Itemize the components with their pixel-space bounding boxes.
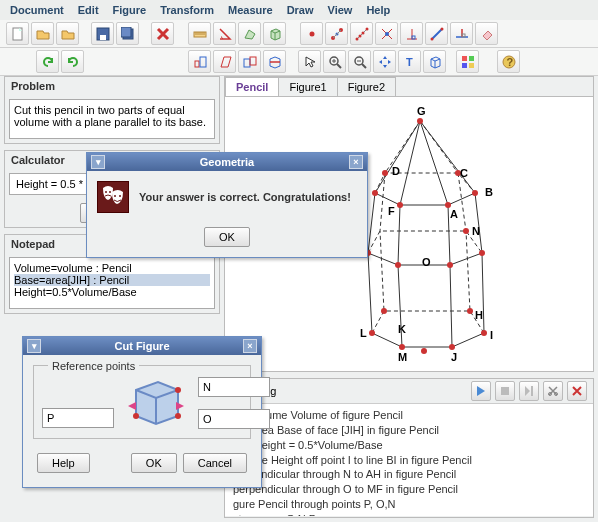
svg-rect-67: [501, 387, 509, 395]
svg-point-70: [105, 191, 107, 193]
toolbar-row-2: T ?: [0, 48, 598, 76]
svg-rect-21: [244, 59, 250, 67]
svg-point-50: [421, 348, 427, 354]
svg-text:D: D: [392, 165, 400, 177]
problem-title: Problem: [5, 77, 219, 95]
tab-figure2[interactable]: Figure2: [337, 77, 396, 96]
svg-point-46: [449, 344, 455, 350]
log-play-icon[interactable]: [471, 381, 491, 401]
toolbar-row-1: [0, 20, 598, 48]
tb-fit-icon[interactable]: [373, 50, 396, 73]
tb-shear-icon[interactable]: [213, 50, 236, 73]
log-line: gure Pencil through points P, O,N: [233, 497, 585, 512]
tb-area-icon[interactable]: [238, 22, 261, 45]
log-next-icon[interactable]: [519, 381, 539, 401]
svg-point-76: [175, 413, 181, 419]
log-deleteall-icon[interactable]: [567, 381, 587, 401]
tb-join-icon[interactable]: [238, 50, 261, 73]
cut-figure-dialog: ▾ Cut Figure × Reference points Help: [22, 336, 262, 488]
tb-scale-icon[interactable]: [188, 50, 211, 73]
svg-point-43: [463, 228, 469, 234]
svg-text:O: O: [422, 256, 431, 268]
menu-document[interactable]: Document: [10, 4, 64, 16]
svg-text:M: M: [398, 351, 407, 363]
log-line: perpendicular through O to MF in figure …: [233, 482, 585, 497]
problem-panel: Problem Cut this pencil in two parts of …: [4, 76, 220, 144]
menu-draw[interactable]: Draw: [287, 4, 314, 16]
tb-perpline-icon[interactable]: [450, 22, 473, 45]
svg-rect-18: [462, 34, 465, 37]
svg-rect-26: [462, 56, 467, 61]
tb-open-icon[interactable]: [31, 22, 54, 45]
svg-text:A: A: [450, 208, 458, 220]
dialog-titlebar[interactable]: ▾ Geometria ×: [87, 153, 367, 171]
tb-midpoint-icon[interactable]: [325, 22, 348, 45]
svg-text:T: T: [406, 56, 413, 68]
notepad-line[interactable]: Volume=volume : Pencil: [14, 262, 210, 274]
tb-help-icon[interactable]: ?: [497, 50, 520, 73]
ref-point-o-field[interactable]: [198, 409, 270, 429]
menu-bar: Document Edit Figure Transform Measure D…: [0, 0, 598, 20]
tb-text-icon[interactable]: T: [398, 50, 421, 73]
tb-new-icon[interactable]: [6, 22, 29, 45]
tb-saveall-icon[interactable]: [116, 22, 139, 45]
tb-color-icon[interactable]: [456, 50, 479, 73]
tb-zoomout-icon[interactable]: [348, 50, 371, 73]
svg-point-16: [430, 37, 433, 40]
log-body: ure volume Volume of figure Pencil ure a…: [225, 404, 593, 516]
dialog-min-icon[interactable]: ▾: [27, 339, 41, 353]
dialog-close-icon[interactable]: ×: [243, 339, 257, 353]
svg-text:N: N: [472, 225, 480, 237]
tb-segment-icon[interactable]: [425, 22, 448, 45]
tb-divide-icon[interactable]: [350, 22, 373, 45]
ref-point-n-field[interactable]: [198, 377, 270, 397]
ref-point-p-field[interactable]: [42, 408, 114, 428]
tb-save-icon[interactable]: [91, 22, 114, 45]
tb-point-icon[interactable]: [300, 22, 323, 45]
tb-perpfoot-icon[interactable]: [400, 22, 423, 45]
tb-wireframe-icon[interactable]: [423, 50, 446, 73]
svg-rect-15: [412, 36, 415, 39]
notepad-text[interactable]: Volume=volume : Pencil Base=area[JIH] : …: [9, 257, 215, 309]
svg-rect-19: [195, 61, 199, 67]
dialog-close-icon[interactable]: ×: [349, 155, 363, 169]
tb-cut-icon[interactable]: [263, 50, 286, 73]
tb-redo-icon[interactable]: [61, 50, 84, 73]
menu-transform[interactable]: Transform: [160, 4, 214, 16]
tab-pencil[interactable]: Pencil: [225, 77, 279, 96]
tb-zoomin-icon[interactable]: [323, 50, 346, 73]
tb-delete-icon[interactable]: [151, 22, 174, 45]
tb-folder-icon[interactable]: [56, 22, 79, 45]
notepad-line[interactable]: Height=0.5*Volume/Base: [14, 286, 210, 298]
log-cut-icon[interactable]: [543, 381, 563, 401]
svg-point-36: [472, 190, 478, 196]
tb-select-icon[interactable]: [298, 50, 321, 73]
log-stop-icon[interactable]: [495, 381, 515, 401]
cut-ok-button[interactable]: OK: [131, 453, 177, 473]
tb-undo-icon[interactable]: [36, 50, 59, 73]
menu-figure[interactable]: Figure: [113, 4, 147, 16]
menu-measure[interactable]: Measure: [228, 4, 273, 16]
svg-rect-28: [462, 63, 467, 68]
menu-view[interactable]: View: [328, 4, 353, 16]
geo-ok-button[interactable]: OK: [204, 227, 250, 247]
cut-cancel-button[interactable]: Cancel: [183, 453, 247, 473]
menu-edit[interactable]: Edit: [78, 4, 99, 16]
dialog-message: Your answer is correct. Congratulations!: [139, 191, 351, 203]
notepad-line[interactable]: Base=area[JIH] : Pencil: [14, 274, 210, 286]
tb-intersect-icon[interactable]: [375, 22, 398, 45]
dialog-min-icon[interactable]: ▾: [91, 155, 105, 169]
svg-point-48: [381, 308, 387, 314]
tb-angle-icon[interactable]: [213, 22, 236, 45]
svg-point-13: [365, 27, 368, 30]
solution-log-panel: ution Log ure volume Volume of figure Pe…: [224, 378, 594, 518]
tb-ruler-icon[interactable]: [188, 22, 211, 45]
menu-help[interactable]: Help: [366, 4, 390, 16]
log-line: ure volume Volume of figure Pencil: [233, 408, 585, 423]
svg-text:F: F: [388, 205, 395, 217]
tb-volume-icon[interactable]: [263, 22, 286, 45]
dialog-titlebar[interactable]: ▾ Cut Figure ×: [23, 337, 261, 355]
tb-eraser-icon[interactable]: [475, 22, 498, 45]
cut-help-button[interactable]: Help: [37, 453, 90, 473]
tab-figure1[interactable]: Figure1: [278, 77, 337, 96]
